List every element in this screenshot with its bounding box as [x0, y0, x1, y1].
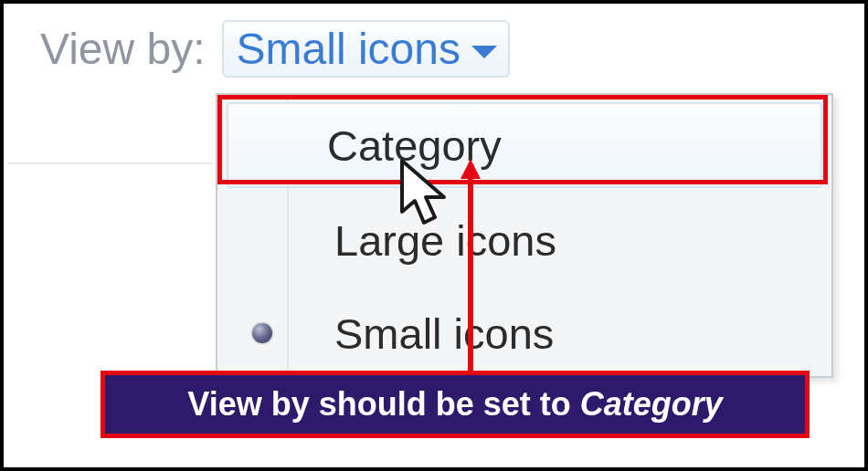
view-by-label: View by: — [40, 24, 206, 74]
divider-line — [7, 162, 212, 164]
chevron-down-icon — [471, 46, 497, 58]
menu-item-category[interactable]: Category — [227, 102, 822, 188]
view-by-selected-text: Small icons — [237, 24, 460, 74]
view-by-row: View by: Small icons — [40, 20, 510, 78]
view-by-menu: Category Large icons Small icons — [216, 93, 833, 378]
annotation-text: View by should be set to Category — [187, 385, 722, 424]
menu-item-label: Small icons — [298, 309, 554, 359]
annotation-callout: View by should be set to Category — [101, 371, 810, 438]
menu-item-label: Category — [228, 120, 502, 171]
view-by-dropdown[interactable]: Small icons — [222, 20, 510, 78]
menu-item-large-icons[interactable]: Large icons — [227, 197, 822, 283]
screenshot-frame: View by: Small icons Category Large icon… — [0, 0, 868, 471]
menu-item-small-icons[interactable]: Small icons — [227, 290, 822, 376]
radio-selected-icon — [227, 323, 298, 343]
menu-item-label: Large icons — [298, 215, 556, 266]
